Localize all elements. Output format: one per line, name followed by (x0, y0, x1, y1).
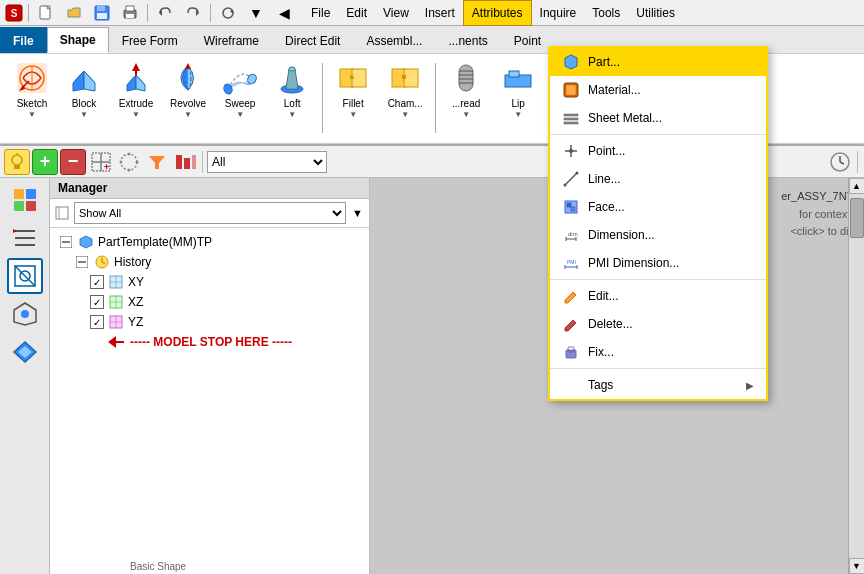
tab-directedit[interactable]: Direct Edit (272, 27, 353, 53)
point-menu-label: Point... (588, 144, 754, 158)
scroll-thumb[interactable] (850, 198, 864, 238)
clock-btn[interactable] (827, 149, 853, 175)
svg-marker-22 (127, 75, 136, 91)
btn-thread[interactable]: ...read ▼ (442, 58, 490, 139)
btn-loft[interactable]: Loft ▼ (268, 58, 316, 139)
redo-btn[interactable] (180, 0, 206, 26)
tab-file[interactable]: File (0, 27, 47, 53)
menu-item-face[interactable]: Face... (550, 193, 766, 221)
back-btn[interactable]: ◀ (271, 0, 297, 26)
svg-marker-20 (84, 71, 95, 91)
lip-icon (500, 60, 536, 96)
menu-inquire[interactable]: Inquire (532, 0, 585, 26)
thread-icon (448, 60, 484, 96)
menu-item-part[interactable]: Part... (550, 48, 766, 76)
menu-item-pmi[interactable]: PMI PMI Dimension... (550, 249, 766, 277)
save-btn[interactable] (89, 0, 115, 26)
menu-item-sheet-metal[interactable]: Sheet Metal... (550, 104, 766, 132)
svg-point-11 (223, 8, 233, 18)
btn-fillet[interactable]: Fillet ▼ (329, 58, 377, 139)
tree-xz[interactable]: ✓ XZ (86, 292, 365, 312)
separator-2 (550, 279, 766, 280)
btn-lip[interactable]: Lip ▼ (494, 58, 542, 139)
menu-item-edit[interactable]: Edit... (550, 282, 766, 310)
menu-edit[interactable]: Edit (338, 0, 375, 26)
revolve-icon (170, 60, 206, 96)
undo-btn[interactable] (152, 0, 178, 26)
filter-select[interactable]: All (207, 151, 327, 173)
btn-chamfer[interactable]: Cham... ▼ (381, 58, 429, 139)
svg-rect-67 (14, 201, 24, 211)
dimension-menu-label: Dimension... (588, 228, 754, 242)
yz-checkbox[interactable]: ✓ (90, 315, 104, 329)
tab-assembly[interactable]: Assembl... (353, 27, 435, 53)
menu-utilities[interactable]: Utilities (628, 0, 683, 26)
light-btn[interactable] (4, 149, 30, 175)
sidebar-btn-2[interactable] (7, 220, 43, 256)
right-scrollbar[interactable]: ▲ ▼ (848, 178, 864, 574)
menu-item-line[interactable]: Line... (550, 165, 766, 193)
svg-rect-38 (459, 65, 473, 91)
menu-item-delete[interactable]: Delete... (550, 310, 766, 338)
basic-shape-label: Basic Shape (130, 561, 186, 572)
grid-add-btn[interactable]: + (88, 149, 114, 175)
thread-label: ...read (452, 98, 480, 110)
tab-freeform[interactable]: Free Form (109, 27, 191, 53)
sweep-arrow: ▼ (236, 110, 244, 119)
menu-tools[interactable]: Tools (584, 0, 628, 26)
tab-more[interactable]: ...nents (435, 27, 500, 53)
btn-sketch[interactable]: Sketch ▼ (8, 58, 56, 139)
bars-btn[interactable] (172, 149, 198, 175)
tree-yz[interactable]: ✓ YZ (86, 312, 365, 332)
part-menu-icon (562, 53, 580, 71)
btn-revolve[interactable]: Revolve ▼ (164, 58, 212, 139)
menu-attributes[interactable]: Attributes (463, 0, 532, 26)
sidebar-btn-1[interactable] (7, 182, 43, 218)
svg-rect-44 (509, 71, 519, 77)
scroll-up[interactable]: ▲ (849, 178, 865, 194)
menu-item-point[interactable]: Point... (550, 137, 766, 165)
tree-xy[interactable]: ✓ XY (86, 272, 365, 292)
show-all-select[interactable]: Show All (74, 202, 346, 224)
btn-block[interactable]: Block ▼ (60, 58, 108, 139)
tree-history[interactable]: History (70, 252, 365, 272)
add-btn[interactable]: + (32, 149, 58, 175)
sidebar-btn-5[interactable] (7, 334, 43, 370)
sidebar-btn-3[interactable] (7, 258, 43, 294)
new-btn[interactable] (33, 0, 59, 26)
chamfer-icon (387, 60, 423, 96)
tab-shape[interactable]: Shape (47, 27, 109, 53)
filter-btn[interactable] (144, 149, 170, 175)
app-icon: S (4, 3, 24, 23)
rotate-down-btn[interactable]: ▼ (243, 0, 269, 26)
menu-item-material[interactable]: Material... (550, 76, 766, 104)
tab-wireframe[interactable]: Wireframe (191, 27, 272, 53)
material-menu-label: Material... (588, 83, 754, 97)
open-btn[interactable] (61, 0, 87, 26)
menu-item-fix[interactable]: Fix... (550, 338, 766, 366)
menu-item-tags[interactable]: Tags ▶ (550, 371, 766, 399)
assembly-text: er_ASSY_7NY (781, 188, 854, 206)
tree-root[interactable]: PartTemplate(MM)TP (54, 232, 365, 252)
menu-file[interactable]: File (303, 0, 338, 26)
btn-sweep[interactable]: Sweep ▼ (216, 58, 264, 139)
btn-extrude[interactable]: Extrude ▼ (112, 58, 160, 139)
xy-checkbox[interactable]: ✓ (90, 275, 104, 289)
remove-btn[interactable]: − (60, 149, 86, 175)
print-btn[interactable] (117, 0, 143, 26)
rotate-btn[interactable] (215, 0, 241, 26)
svg-rect-50 (92, 162, 101, 171)
xz-checkbox[interactable]: ✓ (90, 295, 104, 309)
sidebar-btn-4[interactable] (7, 296, 43, 332)
yz-plane-icon (108, 314, 124, 330)
scroll-down[interactable]: ▼ (849, 558, 865, 574)
yz-label: YZ (128, 315, 143, 329)
menu-insert[interactable]: Insert (417, 0, 463, 26)
menu-item-dimension[interactable]: dim Dimension... (550, 221, 766, 249)
pmi-menu-label: PMI Dimension... (588, 256, 754, 270)
menu-items: File Edit View Insert Attributes Inquire… (303, 0, 683, 26)
svg-rect-127 (568, 347, 574, 352)
menu-view[interactable]: View (375, 0, 417, 26)
circle-btn[interactable] (116, 149, 142, 175)
tab-point[interactable]: Point (501, 27, 554, 53)
